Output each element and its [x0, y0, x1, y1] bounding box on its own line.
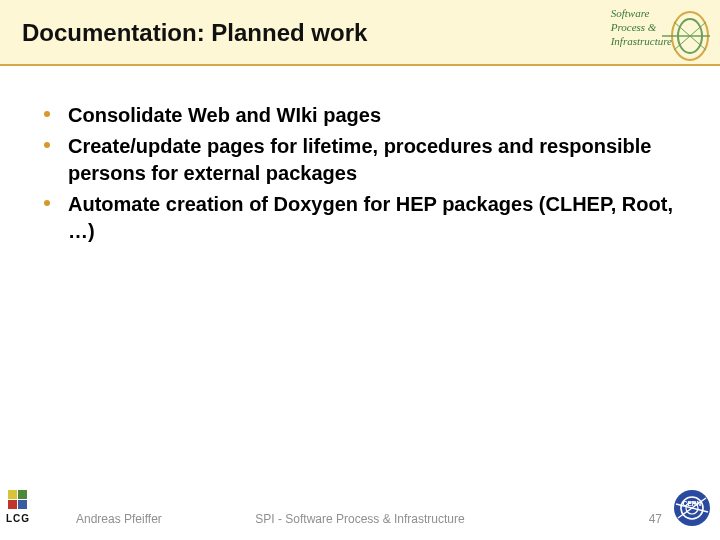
header-underline — [0, 64, 720, 66]
footer-author: Andreas Pfeiffer — [76, 512, 162, 526]
bullet-item: Automate creation of Doxygen for HEP pac… — [44, 191, 676, 245]
bullet-dot-icon — [44, 200, 50, 206]
bullet-text: Create/update pages for lifetime, proced… — [68, 133, 676, 187]
slide-title: Documentation: Planned work — [22, 19, 367, 47]
lcg-logo: LCG — [6, 490, 48, 524]
footer-page-number: 47 — [649, 512, 662, 526]
spi-logo-text: Software Process & Infrastructure — [611, 6, 672, 48]
header-band: Documentation: Planned work Software Pro… — [0, 0, 720, 66]
bullet-item: Consolidate Web and WIki pages — [44, 102, 676, 129]
bullet-dot-icon — [44, 142, 50, 148]
spi-logo-line2: Process & — [611, 20, 672, 34]
bullet-item: Create/update pages for lifetime, proced… — [44, 133, 676, 187]
spi-logo-line1: Software — [611, 6, 672, 20]
cern-logo: CERN — [672, 488, 712, 528]
spi-logo-line3: Infrastructure — [611, 34, 672, 48]
lcg-squares-icon — [8, 490, 36, 510]
lcg-text: LCG — [6, 513, 30, 524]
cern-logo-text: CERN — [683, 500, 702, 507]
footer-center: SPI - Software Process & Infrastructure — [255, 512, 464, 526]
content-area: Consolidate Web and WIki pages Create/up… — [0, 66, 720, 245]
bullet-dot-icon — [44, 111, 50, 117]
bullet-text: Consolidate Web and WIki pages — [68, 102, 381, 129]
bullet-text: Automate creation of Doxygen for HEP pac… — [68, 191, 676, 245]
footer: LCG Andreas Pfeiffer SPI - Software Proc… — [0, 492, 720, 530]
